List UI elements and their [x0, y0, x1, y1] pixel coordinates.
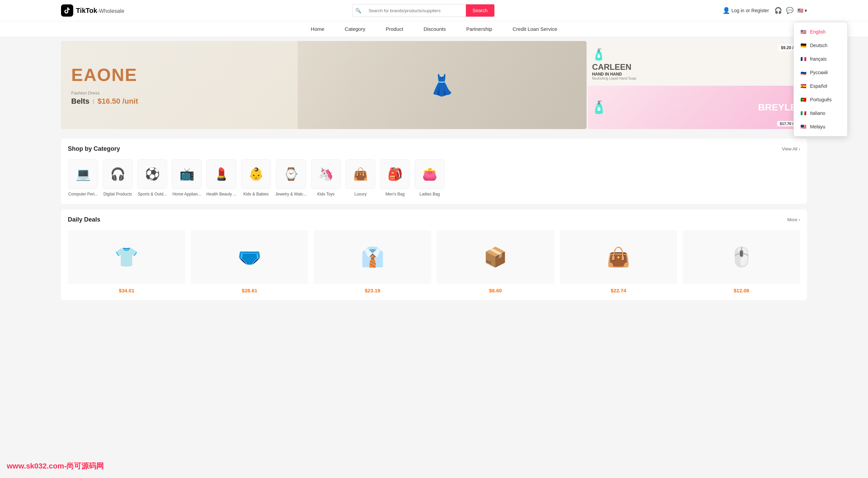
lang-flag: 🇩🇪	[800, 42, 807, 49]
nav-item-home[interactable]: Home	[311, 26, 324, 32]
product-image: 👔	[314, 230, 431, 284]
category-label: Jewelry & Watc...	[275, 192, 307, 197]
navigation: HomeCategoryProductDiscountsPartnershipC…	[0, 21, 868, 37]
nav-item-discounts[interactable]: Discounts	[423, 26, 446, 32]
banner-side-bottom[interactable]: 🧴 BREYLEE $17.70 /unit	[588, 86, 807, 129]
lang-label: Русский	[810, 70, 828, 75]
language-selector[interactable]: 🇺🇸 ▾	[797, 8, 807, 13]
banner-side-top-brand: CARLEEN	[592, 62, 631, 72]
lang-item-deutsch[interactable]: 🇩🇪Deutsch	[794, 39, 847, 52]
lang-item-português[interactable]: 🇵🇹Português	[794, 93, 847, 106]
more-label: More	[787, 217, 797, 222]
lang-item-english[interactable]: 🇺🇸English	[794, 25, 847, 39]
category-item-homeapplian[interactable]: 📺 Home Applian...	[172, 159, 202, 197]
product-card[interactable]: 👕 $34.01	[68, 230, 185, 293]
nav-item-product[interactable]: Product	[386, 26, 403, 32]
category-label: Kids & Babies	[243, 192, 269, 197]
banner-brand: EAONE	[71, 65, 138, 85]
search-icon: 🔍	[353, 8, 364, 13]
category-item-luxury[interactable]: 👜 Luxury	[345, 159, 376, 197]
login-link[interactable]: Log in	[731, 8, 744, 13]
main-banner[interactable]: EAONE Fashion Dress Belts | $16.50 /unit…	[61, 41, 587, 129]
auth-links: 👤 Log in or Register	[723, 7, 769, 14]
category-item-sportsoutd[interactable]: ⚽ Sports & Outd...	[137, 159, 167, 197]
product-card[interactable]: 🖱️ $12.08	[683, 230, 800, 293]
category-label: Home Applian...	[173, 192, 201, 197]
nav-item-partnership[interactable]: Partnership	[466, 26, 492, 32]
category-image: 💻	[68, 159, 98, 189]
lang-flag: 🇫🇷	[800, 56, 807, 62]
product-price: $34.01	[119, 288, 134, 293]
headset-icon[interactable]: 🎧	[774, 7, 782, 14]
daily-deals-section: Daily Deals More › 👕 $34.01 🩲 $28.61 👔 $…	[61, 209, 807, 300]
product-price: $6.60	[489, 288, 502, 293]
header-icons: 🎧 💬 🇺🇸 ▾	[774, 7, 807, 14]
category-image: ⚽	[137, 159, 167, 189]
product-image: 👜	[560, 230, 677, 284]
banner-product: Belts	[71, 97, 90, 106]
product-image: 👕	[68, 230, 185, 284]
category-item-digitalproducts[interactable]: 🎧 Digital Products	[102, 159, 133, 197]
lang-label: Português	[810, 97, 832, 102]
lang-label: Deutsch	[810, 43, 827, 48]
view-all-button[interactable]: View All ›	[782, 146, 800, 151]
more-link[interactable]: More ›	[787, 217, 800, 222]
category-label: Men's Bag	[386, 192, 405, 197]
section-header: Shop by Category View All ›	[68, 145, 800, 152]
shop-by-category-section: Shop by Category View All › 💻 Computer P…	[61, 139, 807, 204]
category-item-kidstoys[interactable]: 🦄 Kids Toys	[311, 159, 341, 197]
logo-icon	[61, 4, 73, 17]
skincare-image: 🧴	[591, 100, 607, 115]
register-link[interactable]: Register	[751, 8, 769, 13]
product-price: $12.08	[734, 288, 749, 293]
product-card[interactable]: 👜 $22.74	[560, 230, 677, 293]
category-item-kidsbabies[interactable]: 👶 Kids & Babies	[241, 159, 271, 197]
message-icon[interactable]: 💬	[786, 7, 793, 14]
search-input[interactable]	[364, 5, 466, 17]
soap-image: 🧴	[592, 48, 606, 61]
lang-item-melayu[interactable]: 🇲🇾Melayu	[794, 120, 847, 133]
search-bar: 🔍 Search	[352, 4, 495, 17]
lang-label: Melayu	[810, 124, 825, 129]
lang-label: English	[810, 29, 826, 35]
category-image: 💄	[206, 159, 236, 189]
category-image: 🦄	[311, 159, 341, 189]
lang-item-italiano[interactable]: 🇮🇹Italiano	[794, 106, 847, 120]
category-item-mensbag[interactable]: 🎒 Men's Bag	[380, 159, 410, 197]
product-card[interactable]: 🩲 $28.61	[191, 230, 309, 293]
product-image: 🖱️	[683, 230, 800, 284]
header: TikTok-Wholesale 🔍 Search 👤 Log in or Re…	[0, 0, 868, 21]
product-card[interactable]: 📦 $6.60	[437, 230, 554, 293]
banner-side-top[interactable]: $9.20 /unit 🧴 CARLEEN HAND IN HAND Nouri…	[588, 41, 807, 84]
product-price: $28.61	[242, 288, 257, 293]
lang-flag: 🇷🇺	[800, 69, 807, 76]
banner-subtitle: Fashion Dress	[71, 90, 138, 96]
banner-model-image: 👗	[298, 41, 587, 129]
chevron-down-icon: ▾	[805, 8, 807, 13]
chevron-right-icon: ›	[799, 146, 800, 151]
lang-item-français[interactable]: 🇫🇷français	[794, 52, 847, 66]
category-item-ladiesbag[interactable]: 👛 Ladies Bag	[414, 159, 445, 197]
category-label: Kids Toys	[317, 192, 335, 197]
banner-main-text: EAONE Fashion Dress Belts | $16.50 /unit	[61, 55, 148, 116]
logo-text: TikTok-Wholesale	[76, 7, 124, 15]
logo[interactable]: TikTok-Wholesale	[61, 4, 124, 17]
nav-item-credit[interactable]: Credit Loan Service	[513, 26, 557, 32]
search-button[interactable]: Search	[466, 4, 494, 17]
category-image: ⌚	[276, 159, 306, 189]
category-label: Luxury	[354, 192, 367, 197]
category-item-jewelrywatc[interactable]: ⌚ Jewelry & Watc...	[275, 159, 307, 197]
header-right: 👤 Log in or Register 🎧 💬 🇺🇸 ▾	[723, 7, 807, 14]
lang-item-русский[interactable]: 🇷🇺Русский	[794, 66, 847, 79]
category-item-healthbeauty[interactable]: 💄 Health Beauty ...	[206, 159, 237, 197]
category-item-computerperi[interactable]: 💻 Computer Peri...	[68, 159, 98, 197]
product-price: $22.74	[611, 288, 626, 293]
model-placeholder: 👗	[298, 41, 587, 129]
lang-label: Español	[810, 83, 827, 89]
lang-item-español[interactable]: 🇪🇸Español	[794, 79, 847, 93]
product-card[interactable]: 👔 $23.19	[314, 230, 431, 293]
banner-soap-sub: Nourishing Liquid Hand Soap	[592, 77, 636, 80]
banner-price: $16.50 /unit	[97, 97, 138, 106]
lang-label: français	[810, 56, 827, 62]
nav-item-category[interactable]: Category	[345, 26, 366, 32]
